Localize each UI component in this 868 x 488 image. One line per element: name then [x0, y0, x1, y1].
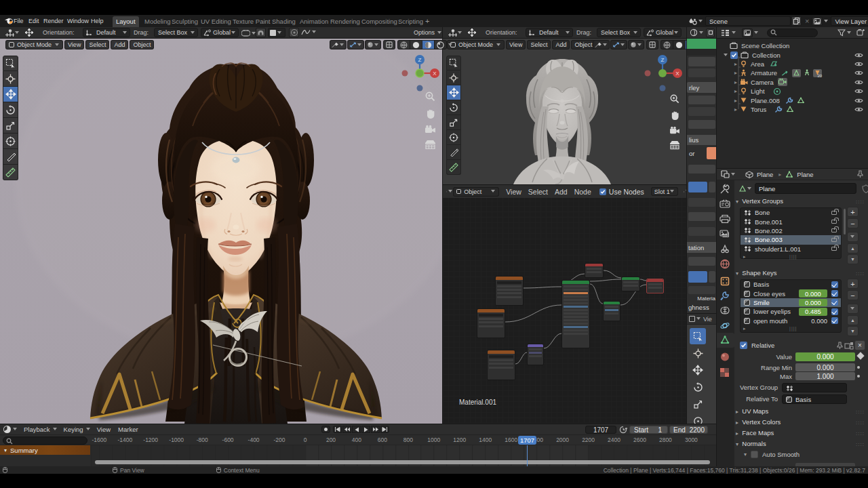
svg-text:Z: Z [418, 57, 422, 63]
svg-text:X: X [433, 70, 437, 77]
svg-text:Z: Z [661, 57, 665, 63]
svg-text:X: X [675, 70, 679, 77]
